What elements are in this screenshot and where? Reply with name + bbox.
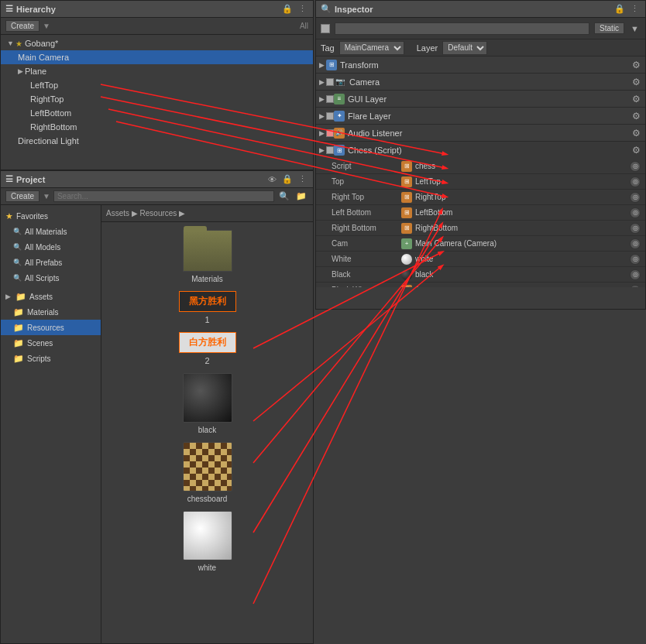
chess-field-cam: Cam + Main Camera (Camera) ◎ <box>316 236 645 252</box>
tree-item-gobang[interactable]: ▼ ★ Gobang* <box>1 36 313 50</box>
tag-select[interactable]: MainCamera <box>339 41 404 55</box>
project-layout: ★ Favorites 🔍 All Materials 🔍 All Models… <box>1 205 313 643</box>
leftbottom-field-icon: ⊞ <box>401 207 412 218</box>
project-menu-btn[interactable]: ⋮ <box>297 174 308 184</box>
black-circle-btn[interactable]: ◎ <box>630 269 641 280</box>
tree-item-main-camera[interactable]: Main Camera <box>1 50 313 64</box>
tree-item-righttop[interactable]: RightTop <box>1 92 313 106</box>
project-lock-btn[interactable]: 🔒 <box>280 174 294 184</box>
project-search-icon-btn[interactable]: 🔍 <box>277 191 291 201</box>
materials-folder-item[interactable]: 📁 Materials <box>1 304 101 320</box>
script-circle-btn[interactable]: ◎ <box>630 161 641 172</box>
object-active-checkbox[interactable] <box>321 24 330 33</box>
favorites-text: Favorites <box>16 212 48 221</box>
camera-checkbox[interactable] <box>326 78 334 86</box>
hierarchy-menu-btn[interactable]: ⋮ <box>297 4 308 14</box>
chess-script-label: Chess (Script) <box>345 146 631 155</box>
top-icon: ⊞ <box>401 176 412 187</box>
layer-select[interactable]: Default <box>442 41 487 55</box>
script-value: chess <box>415 162 435 170</box>
all-materials-item[interactable]: 🔍 All Materials <box>1 224 101 239</box>
component-audio-listener[interactable]: ▶ 🔊 Audio Listener ⚙ <box>316 125 645 142</box>
black-field-icon <box>401 269 412 280</box>
hierarchy-toolbar: Create ▼ All <box>1 18 313 35</box>
chess-field-white: White white ◎ <box>316 252 645 267</box>
camera-gear-btn[interactable]: ⚙ <box>631 77 642 87</box>
scenes-folder-label: Scenes <box>27 339 53 348</box>
inspector-lock-btn[interactable]: 🔒 <box>613 4 627 14</box>
static-dropdown-btn[interactable]: ▼ <box>629 24 641 33</box>
all-models-item[interactable]: 🔍 All Models <box>1 239 101 255</box>
static-badge: Static <box>594 22 624 34</box>
cam-icon: + <box>401 238 412 249</box>
project-create-btn[interactable]: Create <box>5 190 40 202</box>
flare-layer-gear-btn[interactable]: ⚙ <box>631 111 642 122</box>
chess-field-leftbottom: Left Bottom ⊞ LeftBottom ◎ <box>316 205 645 221</box>
materials-folder-asset[interactable]: Materials <box>183 230 232 283</box>
hierarchy-lock-btn[interactable]: 🔒 <box>280 4 294 14</box>
chess-script-header[interactable]: ▶ ⊞ Chess (Script) ⚙ <box>316 142 645 159</box>
tree-item-rightbottom[interactable]: RightBottom <box>1 120 313 134</box>
component-flare-layer[interactable]: ▶ ✦ Flare Layer ⚙ <box>316 108 645 125</box>
tree-item-directional-light[interactable]: Directional Light <box>1 134 313 148</box>
rightbottom-circle-btn[interactable]: ◎ <box>630 223 641 234</box>
transform-label: Transform <box>337 60 631 70</box>
object-name-field[interactable]: Main Camera <box>335 22 589 35</box>
scenes-folder-item[interactable]: 📁 Scenes <box>1 335 101 351</box>
black-win-asset[interactable]: 黑方胜利 1 <box>179 291 236 324</box>
tree-item-leftbottom[interactable]: LeftBottom <box>1 106 313 120</box>
audio-gear-btn[interactable]: ⚙ <box>631 128 642 139</box>
black-win-preview: 黑方胜利 <box>179 291 236 312</box>
cam-value: Main Camera (Camera) <box>415 239 497 248</box>
cam-value-group: + Main Camera (Camera) <box>401 238 630 249</box>
leftbottom-value-group: ⊞ LeftBottom <box>401 207 630 218</box>
white-material-asset[interactable]: white <box>183 511 232 572</box>
chess-field-top: Top ⊞ LeftTop ◎ <box>316 174 645 190</box>
chess-checkbox[interactable] <box>326 146 334 154</box>
black-win-icon: 图 <box>401 285 412 288</box>
black-win-circle-btn[interactable]: ◎ <box>630 285 641 288</box>
black-win-label: Black Win <box>332 286 401 287</box>
component-camera[interactable]: ▶ 📷 Camera ⚙ <box>316 74 645 91</box>
leftbottom-circle-btn[interactable]: ◎ <box>630 207 641 218</box>
white-field-icon <box>401 254 412 265</box>
all-scripts-item[interactable]: 🔍 All Scripts <box>1 270 101 286</box>
chess-gear-btn[interactable]: ⚙ <box>631 145 642 156</box>
inspector-menu-btn[interactable]: ⋮ <box>629 4 641 14</box>
resources-folder-item[interactable]: 📁 Resources <box>1 320 101 335</box>
tree-item-plane[interactable]: ▶ Plane <box>1 64 313 78</box>
flare-layer-checkbox[interactable] <box>326 112 334 120</box>
all-prefabs-item[interactable]: 🔍 All Prefabs <box>1 255 101 270</box>
chess-field-black: Black black ◎ <box>316 267 645 283</box>
scripts-folder-label: Scripts <box>27 355 51 363</box>
leftbottom-field-value: LeftBottom <box>415 208 452 217</box>
transform-gear-btn[interactable]: ⚙ <box>631 60 642 70</box>
project-folder-btn[interactable]: 📁 <box>294 191 308 201</box>
top-circle-btn[interactable]: ◎ <box>630 176 641 187</box>
white-circle-btn[interactable]: ◎ <box>630 254 641 265</box>
audio-label: Audio Listener <box>345 128 631 138</box>
component-transform[interactable]: ▶ ⊞ Transform ⚙ <box>316 57 645 74</box>
hierarchy-create-btn[interactable]: Create <box>5 20 40 32</box>
component-gui-layer[interactable]: ▶ ≡ GUI Layer ⚙ <box>316 91 645 108</box>
gui-layer-gear-btn[interactable]: ⚙ <box>631 94 642 104</box>
search-icon: 🔍 <box>13 228 22 235</box>
gui-layer-checkbox[interactable] <box>326 95 334 103</box>
assets-folder-icon: 📁 <box>15 292 26 302</box>
righttop-field-icon: ⊞ <box>401 192 412 203</box>
inspector-icons: 🔒 ⋮ <box>613 4 641 14</box>
assets-text: Assets <box>29 293 53 301</box>
audio-checkbox[interactable] <box>326 129 334 137</box>
chessboard-material-asset[interactable]: chessboard <box>183 442 232 503</box>
black-material-asset[interactable]: black <box>183 373 232 434</box>
project-search-input[interactable] <box>53 190 274 202</box>
tree-item-lefttop[interactable]: LeftTop <box>1 78 313 92</box>
cam-circle-btn[interactable]: ◎ <box>630 238 641 249</box>
righttop-circle-btn[interactable]: ◎ <box>630 192 641 203</box>
project-eye-btn[interactable]: 👁 <box>266 175 278 184</box>
rightbottom-field-value: RightBottom <box>415 224 458 232</box>
black-win-value-group: 图 1 <box>401 285 630 288</box>
white-win-asset[interactable]: 白方胜利 2 <box>179 332 236 365</box>
scripts-folder-item[interactable]: 📁 Scripts <box>1 351 101 366</box>
project-icons: 👁 🔒 ⋮ <box>266 174 308 184</box>
